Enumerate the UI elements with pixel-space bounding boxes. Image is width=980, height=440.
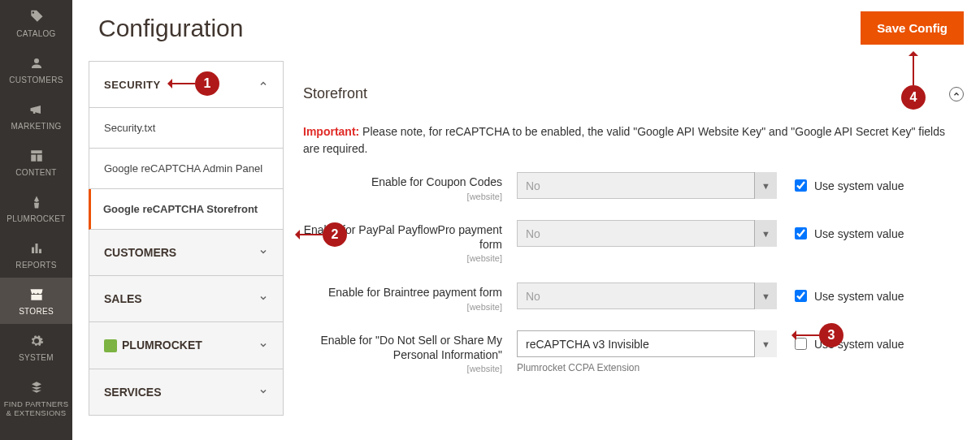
nav-label: CUSTOMERS (9, 75, 63, 84)
plumrocket-logo-icon (104, 339, 117, 352)
use-system-checkbox[interactable] (795, 179, 807, 192)
field-label: Enable for Braintree payment form [websi… (303, 283, 502, 313)
group-services[interactable]: SERVICES (89, 369, 284, 416)
chevron-down-icon (258, 386, 268, 399)
annotation-arrow (793, 334, 819, 336)
coupon-codes-select[interactable]: No (517, 172, 777, 199)
important-label: Important: (303, 125, 359, 138)
scope-label: [website] (303, 253, 502, 265)
chevron-up-icon (258, 78, 268, 91)
nav-item-plumrocket[interactable]: PLUMROCKET (0, 185, 72, 231)
group-security[interactable]: SECURITY (89, 61, 284, 108)
chevron-down-icon (258, 246, 268, 259)
user-icon (29, 54, 44, 72)
annotation-arrow (297, 234, 323, 235)
megaphone-icon (28, 101, 45, 119)
config-content: Storefront Important: Please note, for r… (303, 61, 964, 416)
nav-item-marketing[interactable]: MARKETING (0, 93, 72, 139)
important-text: Please note, for reCAPTCHA to be enabled… (303, 125, 945, 155)
group-label: SALES (104, 292, 142, 305)
use-system-value[interactable]: Use system value (791, 220, 904, 242)
field-label: Enable for Coupon Codes [website] (303, 172, 502, 202)
nav-item-stores[interactable]: STORES (0, 278, 72, 324)
annotation-marker-4: 4 (901, 85, 926, 110)
nav-item-catalog[interactable]: CATALOG (0, 0, 72, 46)
annotation-marker-3: 3 (819, 323, 843, 347)
field-helper: Plumrocket CCPA Extension (517, 362, 777, 373)
nav-label: REPORTS (15, 261, 56, 270)
annotation-marker-2: 2 (323, 222, 347, 247)
nav-item-partners[interactable]: FIND PARTNERS & EXTENSIONS (0, 370, 72, 425)
page-title: Configuration (98, 15, 243, 42)
group-customers[interactable]: CUSTOMERS (89, 230, 284, 276)
save-config-button[interactable]: Save Config (861, 11, 964, 45)
chevron-down-icon (258, 339, 268, 352)
nav-item-reports[interactable]: REPORTS (0, 231, 72, 278)
collapse-section-icon[interactable] (949, 87, 964, 101)
nav-label: PLUMROCKET (7, 214, 65, 223)
plumrocket-icon (29, 193, 44, 211)
bar-chart-icon (29, 239, 44, 257)
group-plumrocket[interactable]: PLUMROCKET (89, 322, 284, 369)
config-tree: SECURITY Security.txt Google reCAPTCHA A… (89, 61, 284, 416)
group-label: CUSTOMERS (104, 246, 176, 259)
nav-label: SYSTEM (19, 353, 54, 362)
ccpa-recaptcha-select[interactable]: reCAPTCHA v3 Invisible (517, 330, 777, 357)
braintree-select[interactable]: No (517, 283, 777, 309)
annotation-arrow (169, 83, 195, 84)
gear-icon (29, 332, 44, 350)
nav-item-customers[interactable]: CUSTOMERS (0, 46, 72, 93)
chevron-down-icon (258, 292, 268, 305)
nav-label: MARKETING (11, 122, 61, 131)
use-system-checkbox[interactable] (795, 338, 807, 350)
layout-icon (29, 147, 44, 165)
scope-label: [website] (303, 364, 502, 375)
sidebar-item-recaptcha-admin[interactable]: Google reCAPTCHA Admin Panel (89, 149, 284, 189)
nav-label: CONTENT (15, 168, 56, 177)
sidebar-item-recaptcha-storefront[interactable]: Google reCAPTCHA Storefront (89, 189, 284, 230)
group-label: SECURITY (104, 79, 161, 91)
nav-label: STORES (19, 307, 54, 316)
use-system-value[interactable]: Use system value (791, 172, 904, 194)
admin-nav: CATALOG CUSTOMERS MARKETING CONTENT PLUM… (0, 0, 72, 440)
annotation-marker-1: 1 (195, 71, 219, 96)
section-title-text: Storefront (303, 85, 367, 102)
important-note: Important: Please note, for reCAPTCHA to… (303, 123, 964, 157)
group-sales[interactable]: SALES (89, 276, 284, 322)
group-label: PLUMROCKET (104, 339, 202, 352)
use-system-value[interactable]: Use system value (791, 283, 904, 304)
nav-label: FIND PARTNERS & EXTENSIONS (2, 399, 71, 417)
field-label: Enable for "Do Not Sell or Share My Pers… (303, 330, 502, 375)
sidebar-item-security-txt[interactable]: Security.txt (89, 108, 284, 149)
annotation-arrow (913, 53, 914, 85)
partners-icon (29, 378, 44, 396)
use-system-checkbox[interactable] (795, 290, 807, 302)
paypal-payflow-select[interactable]: No (517, 220, 777, 247)
group-label: SERVICES (104, 386, 162, 399)
use-system-checkbox[interactable] (795, 227, 807, 239)
nav-item-content[interactable]: CONTENT (0, 139, 72, 185)
tag-icon (28, 8, 45, 26)
nav-item-system[interactable]: SYSTEM (0, 324, 72, 370)
scope-label: [website] (303, 302, 502, 313)
scope-label: [website] (303, 192, 502, 203)
nav-label: CATALOG (16, 29, 55, 38)
store-icon (28, 286, 45, 304)
